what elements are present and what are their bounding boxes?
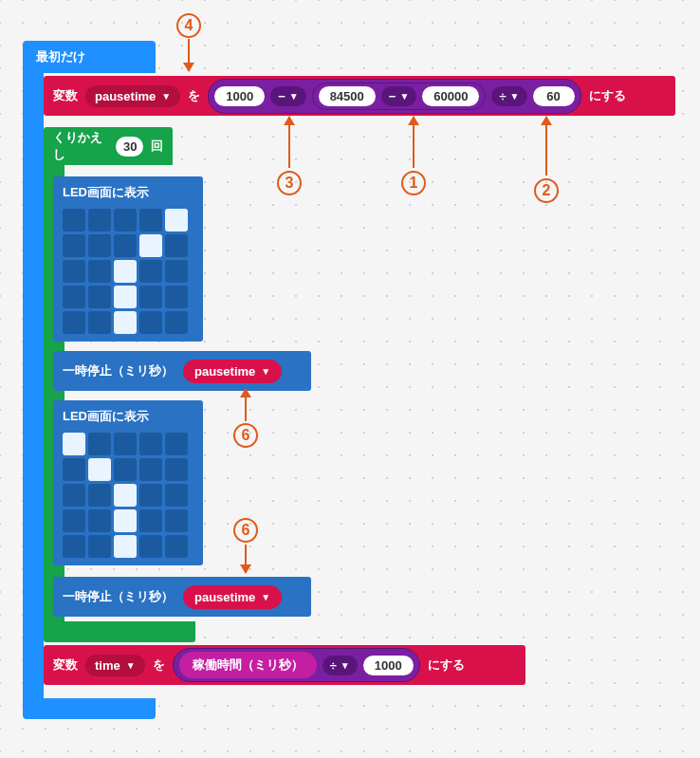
var-time-dropdown[interactable]: time ▼ [85, 655, 145, 676]
pause-label-2: 一時停止（ミリ秒） [63, 588, 174, 605]
led-cell[interactable] [165, 484, 188, 507]
chevron-down-icon: ▼ [261, 592, 270, 602]
led-cell[interactable] [63, 311, 85, 334]
num-input-60[interactable]: 60 [533, 86, 575, 106]
led-cell[interactable] [114, 484, 137, 507]
led-cell[interactable] [114, 458, 137, 481]
led-cell[interactable] [165, 286, 188, 308]
annotation-6b: 6 [233, 518, 258, 543]
led-cell[interactable] [165, 260, 188, 283]
arrow-4 [188, 39, 190, 71]
pause-var-dropdown-2[interactable]: pausetime ▼ [183, 585, 282, 609]
var-pausetime-dropdown[interactable]: pausetime ▼ [85, 85, 180, 107]
math-inner1[interactable]: 84500 − ▼ 60000 [312, 83, 487, 110]
led-cell[interactable] [63, 458, 85, 481]
annotation-2: 2 [534, 178, 559, 203]
arrow-1 [413, 117, 414, 168]
led-cell[interactable] [114, 509, 137, 532]
chevron-down-icon: ▼ [161, 91, 171, 102]
chevron-down-icon: ▼ [289, 91, 299, 102]
led-cell[interactable] [63, 286, 85, 308]
op-select-time[interactable]: ÷ ▼ [322, 656, 358, 675]
led-cell[interactable] [88, 458, 111, 481]
setvar2-wo: を [153, 656, 165, 674]
led-cell[interactable] [139, 458, 162, 481]
on-start-body [23, 68, 44, 706]
led-cell[interactable] [139, 509, 162, 532]
pause-var-dropdown-1[interactable]: pausetime ▼ [183, 360, 282, 383]
on-start-foot [23, 698, 156, 719]
show-leds-block-1[interactable]: LED画面に表示 [53, 176, 203, 342]
chevron-down-icon: ▼ [341, 660, 350, 671]
led-cell[interactable] [63, 484, 85, 507]
arrow-3 [288, 117, 290, 168]
pause-block-1[interactable]: 一時停止（ミリ秒） pausetime ▼ [53, 351, 311, 391]
led-cell[interactable] [114, 286, 137, 308]
set-pausetime-block[interactable]: 変数 pausetime ▼ を 1000 − ▼ 84500 − ▼ 6000… [44, 76, 675, 116]
led-cell[interactable] [139, 535, 162, 558]
repeat-foot [44, 621, 195, 642]
led-cell[interactable] [63, 260, 85, 283]
led-cell[interactable] [165, 458, 188, 481]
led-cell[interactable] [114, 209, 137, 231]
led-grid-2[interactable] [63, 433, 193, 558]
led-cell[interactable] [139, 286, 162, 308]
led-cell[interactable] [114, 311, 137, 334]
led-cell[interactable] [165, 311, 188, 334]
arrow-6a [245, 389, 247, 421]
led-cell[interactable] [165, 535, 188, 558]
annotation-4: 4 [176, 13, 201, 38]
chevron-down-icon: ▼ [261, 366, 270, 377]
led-cell[interactable] [88, 260, 111, 283]
repeat-count-input[interactable]: 30 [116, 137, 143, 157]
led-cell[interactable] [114, 260, 137, 283]
pause-block-2[interactable]: 一時停止（ミリ秒） pausetime ▼ [53, 577, 311, 617]
led-cell[interactable] [88, 311, 111, 334]
led-grid-1[interactable] [63, 209, 193, 334]
led-cell[interactable] [139, 209, 162, 231]
set-time-block[interactable]: 変数 time ▼ を 稼働時間（ミリ秒） ÷ ▼ 1000 にする [44, 645, 525, 685]
math-time[interactable]: 稼働時間（ミリ秒） ÷ ▼ 1000 [173, 648, 420, 682]
led-cell[interactable] [88, 484, 111, 507]
led-cell[interactable] [165, 509, 188, 532]
led-cell[interactable] [63, 209, 85, 231]
led-cell[interactable] [165, 209, 188, 231]
led-cell[interactable] [165, 234, 188, 257]
op-select-2[interactable]: − ▼ [381, 86, 417, 106]
setvar-suffix: にする [589, 87, 626, 104]
repeat-block[interactable]: くりかえし 30 回 [44, 127, 173, 165]
led-cell[interactable] [114, 234, 137, 257]
num-input-1000b[interactable]: 1000 [363, 656, 414, 675]
chevron-down-icon: ▼ [399, 91, 409, 102]
led-cell[interactable] [88, 234, 111, 257]
math-outer[interactable]: 1000 − ▼ 84500 − ▼ 60000 ÷ ▼ 60 [208, 79, 580, 114]
led-cell[interactable] [139, 484, 162, 507]
led-cell[interactable] [63, 433, 85, 455]
led-cell[interactable] [63, 234, 85, 257]
led-cell[interactable] [88, 433, 111, 455]
led-cell[interactable] [114, 433, 137, 455]
num-input-1000[interactable]: 1000 [214, 86, 265, 106]
led-cell[interactable] [165, 433, 188, 455]
runtime-reporter[interactable]: 稼働時間（ミリ秒） [179, 652, 317, 678]
led-cell[interactable] [139, 433, 162, 455]
annotation-6a: 6 [233, 423, 258, 448]
led-cell[interactable] [139, 311, 162, 334]
led-cell[interactable] [88, 209, 111, 231]
arrow-2 [545, 117, 547, 176]
led-cell[interactable] [63, 509, 85, 532]
led-cell[interactable] [63, 535, 85, 558]
show-leds-block-2[interactable]: LED画面に表示 [53, 400, 203, 565]
led-cell[interactable] [88, 509, 111, 532]
led-cell[interactable] [114, 535, 137, 558]
op-select-3[interactable]: ÷ ▼ [491, 86, 526, 106]
op-select-1[interactable]: − ▼ [270, 86, 306, 106]
num-input-84500[interactable]: 84500 [319, 86, 376, 106]
repeat-label: くりかえし [53, 129, 108, 163]
led-cell[interactable] [88, 286, 111, 308]
led-cell[interactable] [139, 260, 162, 283]
led-cell[interactable] [88, 535, 111, 558]
led-cell[interactable] [139, 234, 162, 257]
pause-label: 一時停止（ミリ秒） [63, 362, 174, 379]
num-input-60000[interactable]: 60000 [422, 86, 479, 106]
